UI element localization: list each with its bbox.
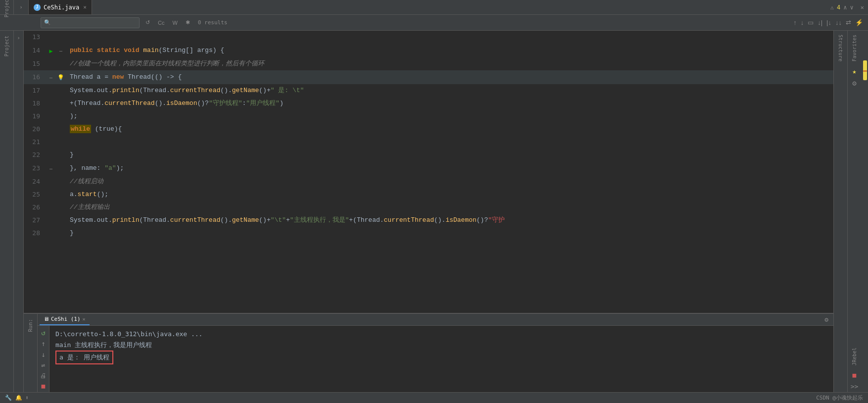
code-line-20: while (true){ bbox=[66, 123, 833, 136]
output-line: D:\corretto-1.8.0_312\bin\java.exe ... bbox=[55, 329, 827, 340]
code-line-16: Thread a = new Thread(() -> { bbox=[66, 70, 833, 84]
tab-close-button[interactable]: ✕ bbox=[83, 4, 87, 10]
rerun-button[interactable]: ↺ bbox=[41, 329, 45, 337]
filter-button-1[interactable]: ↓| bbox=[817, 18, 823, 27]
code-line-24: //线程启动 bbox=[66, 175, 833, 188]
code-line-19: ); bbox=[66, 110, 833, 123]
gutter bbox=[46, 227, 56, 240]
toggle-replace-button[interactable]: ⇄ bbox=[845, 18, 852, 27]
table-row: 13 bbox=[24, 31, 833, 44]
run-button-icon[interactable]: ▶ bbox=[49, 48, 52, 54]
star-icon[interactable]: ★ bbox=[852, 65, 856, 77]
tab-bar: Project › J CeShi.java ✕ ⚠ 4 ∧ ∨ ✕ bbox=[0, 0, 868, 15]
close-editor-icon[interactable]: ✕ bbox=[861, 4, 864, 11]
gutter bbox=[46, 84, 56, 97]
run-tab-close[interactable]: ✕ bbox=[83, 316, 86, 322]
gutter bbox=[46, 136, 56, 149]
intention-bulb-icon[interactable]: 💡 bbox=[57, 74, 64, 81]
next-result-button[interactable]: ↓ bbox=[800, 18, 805, 27]
csdn-label: CSDN @小魂快起乐 bbox=[816, 394, 863, 402]
gutter2 bbox=[56, 84, 66, 97]
gutter2 bbox=[56, 161, 66, 175]
fold-icon-23[interactable]: — bbox=[49, 166, 52, 171]
project-vertical-tab[interactable]: Project bbox=[3, 32, 10, 60]
fold-gutter: — bbox=[56, 44, 66, 57]
while-keyword-highlight: while bbox=[70, 125, 91, 133]
table-row: 26 //主线程输出 bbox=[24, 201, 833, 214]
regex-button[interactable]: ✱ bbox=[184, 18, 192, 27]
stop-button[interactable]: ■ bbox=[42, 382, 46, 390]
status-icons: 🔧 🔔 ⬆ bbox=[5, 395, 29, 401]
gutter bbox=[46, 97, 56, 110]
expand-icon[interactable]: › bbox=[19, 4, 23, 10]
match-case-button[interactable]: Cc bbox=[156, 19, 166, 27]
search-input-wrapper[interactable]: 🔍 bbox=[41, 17, 140, 28]
nav-up-icon[interactable]: ∧ bbox=[843, 4, 847, 11]
gutter: — bbox=[46, 70, 56, 84]
settings-icon-right[interactable]: ⚙ bbox=[852, 77, 856, 89]
gutter bbox=[46, 57, 56, 70]
match-whole-line-button[interactable]: ▭ bbox=[807, 18, 815, 27]
nav-down-icon[interactable]: ∨ bbox=[850, 4, 854, 11]
structure-tab[interactable]: Structure bbox=[837, 31, 844, 65]
prev-result-button[interactable]: ↑ bbox=[792, 18, 798, 27]
line-number: 24 bbox=[24, 175, 46, 188]
table-row: 24 //线程启动 bbox=[24, 175, 833, 188]
line-number: 21 bbox=[24, 136, 46, 149]
output-line-highlighted: a 是： 用户线程 bbox=[55, 351, 827, 364]
code-line-14: public static void main(String[] args) { bbox=[66, 44, 833, 57]
expand-more-icon[interactable]: >> bbox=[851, 381, 859, 392]
code-scroll-marker bbox=[863, 70, 867, 72]
java-file-icon: J bbox=[34, 4, 41, 11]
line-number: 19 bbox=[24, 110, 46, 123]
rebel-tab[interactable]: JRebel bbox=[851, 344, 858, 369]
scroll-down-button[interactable]: ↓ bbox=[41, 351, 45, 358]
search-magnifier-icon: 🔍 bbox=[44, 19, 51, 26]
search-input[interactable] bbox=[53, 19, 127, 26]
line-number: 25 bbox=[24, 188, 46, 201]
gutter bbox=[46, 110, 56, 123]
code-line-23: }, name: "a"); bbox=[66, 161, 833, 175]
scroll-up-button[interactable]: ↑ bbox=[41, 340, 45, 348]
line-number: 23 bbox=[24, 161, 46, 175]
print-button[interactable]: 🖨 bbox=[40, 372, 47, 379]
bulb-gutter: 💡 bbox=[56, 70, 66, 84]
gutter2 bbox=[56, 110, 66, 123]
filter-toggle-button[interactable]: ⚡ bbox=[854, 18, 864, 27]
fold-icon-16[interactable]: — bbox=[49, 75, 52, 80]
gutter: — bbox=[46, 161, 56, 175]
bottom-panel: Run: 🖥 CeShi (1) ✕ ⚙ bbox=[24, 313, 833, 392]
filter-button-2[interactable]: |↓ bbox=[825, 18, 832, 27]
line-number: 22 bbox=[24, 149, 46, 161]
table-row: 20 while (true){ bbox=[24, 123, 833, 136]
tab-ceshibjava[interactable]: J CeShi.java ✕ bbox=[29, 0, 92, 14]
fold-icon[interactable]: — bbox=[59, 48, 62, 53]
whole-word-button[interactable]: W bbox=[170, 19, 179, 27]
stop-icon-right[interactable]: ■ bbox=[853, 369, 857, 381]
bottom-settings-icon[interactable]: ⚙ bbox=[821, 316, 831, 323]
panel-expand-icon[interactable]: › bbox=[17, 35, 20, 41]
table-row: 18 +(Thread.currentThread().isDaemon()?"… bbox=[24, 97, 833, 110]
output-cmd-text: D:\corretto-1.8.0_312\bin\java.exe ... bbox=[55, 330, 202, 338]
line-number: 16 bbox=[24, 70, 46, 84]
favorites-tab[interactable]: Favorites bbox=[851, 31, 858, 65]
gutter bbox=[46, 123, 56, 136]
gutter2 bbox=[56, 136, 66, 149]
line-number: 26 bbox=[24, 201, 46, 214]
gutter bbox=[46, 214, 56, 227]
status-bar: 🔧 🔔 ⬆ CSDN @小魂快起乐 bbox=[0, 392, 868, 403]
code-line-22: } bbox=[66, 149, 833, 161]
gutter bbox=[46, 149, 56, 161]
output-highlighted-text: a 是： 用户线程 bbox=[55, 351, 113, 364]
code-editor[interactable]: 13 14 ▶ — bbox=[24, 31, 833, 313]
line-number: 18 bbox=[24, 97, 46, 110]
gutter bbox=[46, 31, 56, 44]
filter-button-3[interactable]: ↓↓ bbox=[834, 18, 843, 27]
gutter bbox=[46, 188, 56, 201]
undo-search-button[interactable]: ↺ bbox=[144, 18, 152, 27]
gutter2 bbox=[56, 149, 66, 161]
gutter2 bbox=[56, 227, 66, 240]
run-tab[interactable]: 🖥 CeShi (1) ✕ bbox=[40, 314, 90, 325]
wrap-output-button[interactable]: ⇌ bbox=[42, 361, 46, 369]
code-line-17: System.out.println(Thread.currentThread(… bbox=[66, 84, 833, 97]
